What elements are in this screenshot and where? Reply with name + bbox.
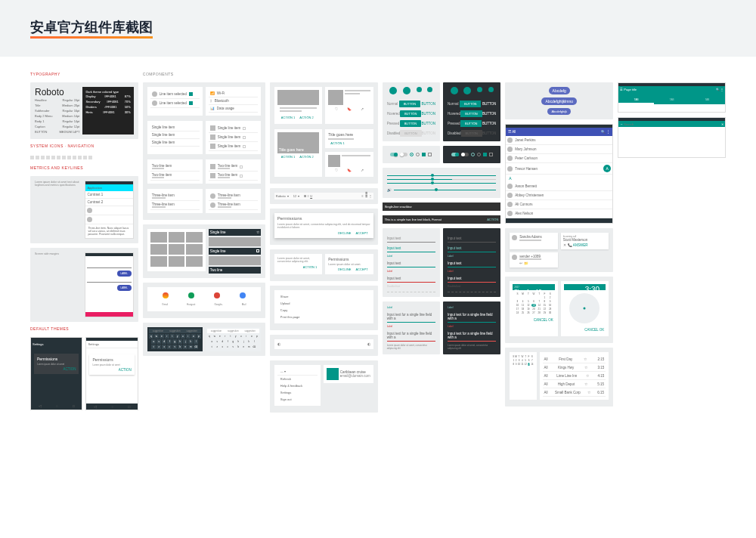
chip[interactable]: Abcdefghijklmno [541,97,577,105]
card-action[interactable]: ACTION 1 [279,115,297,120]
text-field[interactable]: Input text [448,275,496,283]
button[interactable]: BUTTON [460,120,482,127]
text-field[interactable]: Input text [387,235,435,243]
chip[interactable]: Abcdefg [549,87,570,94]
list-item[interactable]: Line item selected [160,101,187,105]
flat-button[interactable]: BUTTON [482,112,496,116]
list-item[interactable]: Single line item [218,144,241,148]
flat-button[interactable]: BUTTON [482,102,496,106]
fab[interactable] [451,87,458,94]
action-button[interactable]: ACTION [63,367,76,371]
button[interactable]: BUTTON [400,120,421,127]
card-action[interactable]: ACTION 2 [297,115,315,120]
contact-item[interactable]: Abbey Christensen [515,193,544,197]
list-item[interactable]: First Day [559,357,572,361]
fab[interactable] [403,87,411,94]
list-item[interactable]: Line item selected [160,92,187,96]
list-item[interactable]: Kings Hwy [558,366,574,369]
kb-suggestion[interactable]: suggestion [228,329,239,332]
switch[interactable] [451,153,459,156]
contact-item[interactable]: Peter Carlsson [515,156,538,160]
menu-item[interactable]: Upload [277,300,370,307]
flat-button[interactable]: BUTTON [482,122,496,125]
menu-item[interactable]: Share [277,293,370,300]
text-field[interactable]: Input text for a single line field with … [387,330,435,342]
card-action[interactable]: ACTION 1 [328,141,346,146]
kb-suggestion[interactable]: suggestion [153,329,164,332]
italic-button[interactable]: I [308,194,308,198]
slider[interactable] [387,179,497,180]
fab-mini[interactable] [417,87,422,92]
text-field[interactable]: Input text [448,260,496,267]
fab-mini[interactable] [427,87,432,92]
list-item[interactable]: Bluetooth [215,99,229,103]
checkbox[interactable] [489,153,493,156]
radio[interactable] [416,153,420,156]
slider[interactable] [387,183,497,184]
card-action[interactable]: ACTION 1 [301,264,319,270]
fab[interactable] [389,87,397,94]
kb-suggestion[interactable]: suggestion [244,329,256,332]
radio[interactable] [410,153,414,156]
accept-button[interactable]: ACCEPT [353,267,370,272]
year-select[interactable]: 2017 [514,286,553,289]
list-item[interactable]: Single line item [218,135,241,139]
text-field[interactable]: Input text [387,245,435,252]
accept-button[interactable]: ACCEPT [353,230,370,236]
cancel-button[interactable]: CANCEL [534,318,547,322]
slider[interactable] [387,175,497,176]
list-item[interactable]: Small Bank Corp [555,391,581,394]
clock-face[interactable] [569,293,600,323]
menu-item[interactable]: Copy [277,307,370,314]
ampm-toggle[interactable]: PM [600,289,604,293]
decline-button[interactable]: DECLINE [336,230,353,236]
bold-button[interactable]: B [304,194,306,198]
menu-item[interactable]: Settings [277,389,318,396]
switch[interactable] [390,153,398,156]
list-item[interactable]: Single line item [152,133,175,137]
checkbox[interactable] [422,153,426,156]
list-item[interactable]: High Depot [558,382,575,386]
text-field[interactable]: Input text [387,275,435,283]
radio[interactable] [471,153,475,156]
button[interactable]: BUTTON [460,110,482,117]
slider[interactable] [394,190,497,190]
contact-item[interactable]: Trevor Hansen [515,167,538,171]
cancel-button[interactable]: CANCEL [584,328,598,332]
chip[interactable]: Abcdefghijk [547,108,571,115]
underline-button[interactable]: U [310,194,312,198]
switch[interactable] [400,153,407,156]
ok-button[interactable]: OK [600,328,605,332]
menu-item[interactable]: Sign out [277,396,318,403]
gmail-icon[interactable] [163,292,169,298]
list-item[interactable]: Wi-Fi [217,91,225,95]
contact-item[interactable]: Janet Perkins [515,138,535,142]
flat-button[interactable]: BUTTON [422,112,435,116]
text-field[interactable]: Input text [387,260,435,267]
button[interactable]: BUTTON [460,100,481,107]
contact-item[interactable]: Mary Johnson [515,147,536,151]
kb-suggestion[interactable]: suggestion [169,329,181,332]
kb-suggestion[interactable]: suggestion [211,329,222,332]
list-item[interactable]: Single line item [152,141,175,144]
text-field[interactable]: Input text for a single line field with … [448,311,496,323]
text-field[interactable]: Input text [448,235,496,243]
search-input[interactable] [624,122,686,126]
list-item[interactable]: Single line item [152,125,175,129]
menu-item[interactable]: Print this page [277,314,370,320]
fab-mini[interactable] [477,87,482,92]
list-item[interactable]: Single line item [218,126,241,130]
text-field[interactable]: Input text for a single line field with … [448,330,496,342]
contact-item[interactable]: Alex Nelson [515,212,533,215]
gplus-icon[interactable] [214,292,220,298]
fab-mini[interactable] [488,87,494,92]
fab[interactable] [463,87,471,94]
ok-button[interactable]: OK [548,318,553,322]
kb-suggestion[interactable]: suggestion [186,329,197,332]
text-field[interactable]: Input text [448,245,496,252]
card-action[interactable]: ACTION 2 [297,154,315,159]
font-select[interactable]: Roboto [276,194,286,198]
checkbox[interactable] [483,153,487,156]
action-button[interactable]: ACTION [119,368,132,372]
button[interactable]: BUTTON [399,100,420,107]
